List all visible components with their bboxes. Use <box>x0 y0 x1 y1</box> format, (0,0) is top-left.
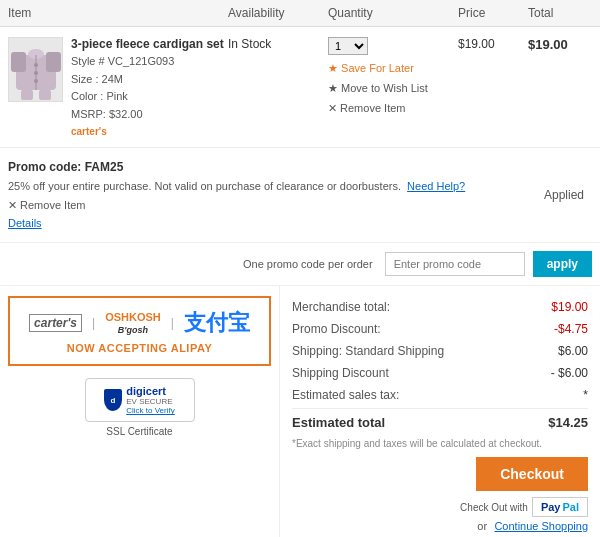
oshkosh-logo: OSHKOSH B'gosh <box>105 311 161 335</box>
now-accepting-text: NOW ACCEPTING ALIPAY <box>67 342 212 354</box>
shipping-discount-label: Shipping Discount <box>292 366 389 380</box>
right-panel: Merchandise total: $19.00 Promo Discount… <box>280 286 600 537</box>
tax-label: Estimated sales tax: <box>292 388 399 402</box>
item-price: $19.00 <box>458 37 528 51</box>
promo-description: 25% off your entire purchase. Not valid … <box>8 178 465 196</box>
col-total: Total <box>528 6 598 20</box>
logo-separator2: | <box>171 316 174 330</box>
item-details: 3-piece fleece cardigan set Style # VC_1… <box>8 37 228 137</box>
shipping-row: Shipping: Standard Shipping $6.00 <box>292 340 588 362</box>
item-msrp: MSRP: $32.00 <box>71 106 224 124</box>
paypal-button[interactable]: PayPal <box>532 497 588 517</box>
bottom-section: carter's | OSHKOSH B'gosh | 支付宝 NOW ACCE… <box>0 286 600 537</box>
exact-note: *Exact shipping and taxes will be calcul… <box>292 438 588 449</box>
alipay-banner: carter's | OSHKOSH B'gosh | 支付宝 NOW ACCE… <box>8 296 271 366</box>
continue-shopping-link[interactable]: Continue Shopping <box>494 520 588 532</box>
shipping-value: $6.00 <box>558 344 588 358</box>
promo-row-inner: Promo code: FAM25 25% off your entire pu… <box>8 158 592 232</box>
total-row: Estimated total $14.25 <box>292 408 588 434</box>
checkout-button[interactable]: Checkout <box>476 457 588 491</box>
promo-discount-value: -$4.75 <box>554 322 588 336</box>
item-color: Color : Pink <box>71 88 224 106</box>
save-for-later-link[interactable]: ★ Save For Later <box>328 59 458 79</box>
carters-logo: carter's <box>29 314 82 332</box>
digicert-label: digicert EV SECURE Click to Verify <box>126 385 174 415</box>
availability-status: In Stock <box>228 37 271 51</box>
svg-text:d: d <box>111 396 116 405</box>
item-info-block: 3-piece fleece cardigan set Style # VC_1… <box>71 37 224 137</box>
promo-entry-row: One promo code per order apply <box>0 243 600 286</box>
col-price: Price <box>458 6 528 20</box>
item-total: $19.00 <box>528 37 598 52</box>
logo-separator: | <box>92 316 95 330</box>
svg-point-9 <box>34 79 38 83</box>
col-item: Item <box>8 6 228 20</box>
digicert-badge[interactable]: d digicert EV SECURE Click to Verify <box>85 378 195 422</box>
tax-value: * <box>583 388 588 402</box>
paypal-row: Check Out with PayPal <box>292 497 588 517</box>
promo-discount-row: Promo Discount: -$4.75 <box>292 318 588 340</box>
tax-row: Estimated sales tax: * <box>292 384 588 406</box>
apply-button[interactable]: apply <box>533 251 592 277</box>
merchandise-total-row: Merchandise total: $19.00 <box>292 296 588 318</box>
promo-code: Promo code: FAM25 <box>8 158 465 177</box>
item-image <box>8 37 63 102</box>
promo-remove[interactable]: ✕ Remove Item <box>8 197 465 215</box>
click-to-verify[interactable]: Click to Verify <box>126 406 174 415</box>
merchandise-value: $19.00 <box>551 300 588 314</box>
svg-point-8 <box>34 71 38 75</box>
promo-discount-label: Promo Discount: <box>292 322 381 336</box>
quantity-cell: 1 2 3 ★ Save For Later ★ Move to Wish Li… <box>328 37 458 118</box>
availability-cell: In Stock <box>228 37 328 51</box>
left-panel: carter's | OSHKOSH B'gosh | 支付宝 NOW ACCE… <box>0 286 280 537</box>
promo-applied: Applied <box>544 186 592 205</box>
remove-item-link[interactable]: ✕ Remove Item <box>328 99 458 119</box>
shipping-discount-row: Shipping Discount - $6.00 <box>292 362 588 384</box>
total-label: Estimated total <box>292 415 385 430</box>
digicert-section: d digicert EV SECURE Click to Verify SSL… <box>8 378 271 437</box>
col-quantity: Quantity <box>328 6 458 20</box>
shipping-discount-value: - $6.00 <box>551 366 588 380</box>
promo-row: Promo code: FAM25 25% off your entire pu… <box>0 148 600 243</box>
continue-row: or Continue Shopping <box>292 519 588 533</box>
qty-select[interactable]: 1 2 3 <box>328 37 458 55</box>
svg-rect-5 <box>39 90 51 100</box>
ssl-certificate-label: SSL Certificate <box>106 426 172 437</box>
item-name: 3-piece fleece cardigan set <box>71 37 224 51</box>
move-to-wishlist-link[interactable]: ★ Move to Wish List <box>328 79 458 99</box>
paypal-p1: Pay <box>541 501 561 513</box>
merchandise-label: Merchandise total: <box>292 300 390 314</box>
action-links: ★ Save For Later ★ Move to Wish List ✕ R… <box>328 59 458 118</box>
promo-entry-label: One promo code per order <box>243 258 373 270</box>
promo-code-input[interactable] <box>385 252 525 276</box>
col-availability: Availability <box>228 6 328 20</box>
promo-left: Promo code: FAM25 25% off your entire pu… <box>8 158 465 232</box>
alipay-chinese-text: 支付宝 <box>184 308 250 338</box>
table-header: Item Availability Quantity Price Total <box>0 0 600 27</box>
details-link[interactable]: Details <box>8 215 465 233</box>
quantity-dropdown[interactable]: 1 2 3 <box>328 37 368 55</box>
item-size: Size : 24M <box>71 71 224 89</box>
paypal-p2: Pal <box>562 501 579 513</box>
or-text: or <box>477 520 487 532</box>
svg-rect-1 <box>11 52 26 72</box>
shipping-label: Shipping: Standard Shipping <box>292 344 444 358</box>
total-value: $14.25 <box>548 415 588 430</box>
svg-rect-2 <box>46 52 61 72</box>
digicert-top: d digicert EV SECURE Click to Verify <box>104 385 174 415</box>
need-help-link[interactable]: Need Help? <box>407 180 465 192</box>
item-row: 3-piece fleece cardigan set Style # VC_1… <box>0 27 600 148</box>
paypal-text: Check Out with <box>460 502 528 513</box>
item-style: Style # VC_121G093 <box>71 53 224 71</box>
svg-rect-4 <box>21 90 33 100</box>
item-brand: carter's <box>71 126 224 137</box>
digicert-shield-icon: d <box>104 389 122 411</box>
alipay-logos: carter's | OSHKOSH B'gosh | 支付宝 <box>29 308 250 338</box>
svg-point-7 <box>34 63 38 67</box>
